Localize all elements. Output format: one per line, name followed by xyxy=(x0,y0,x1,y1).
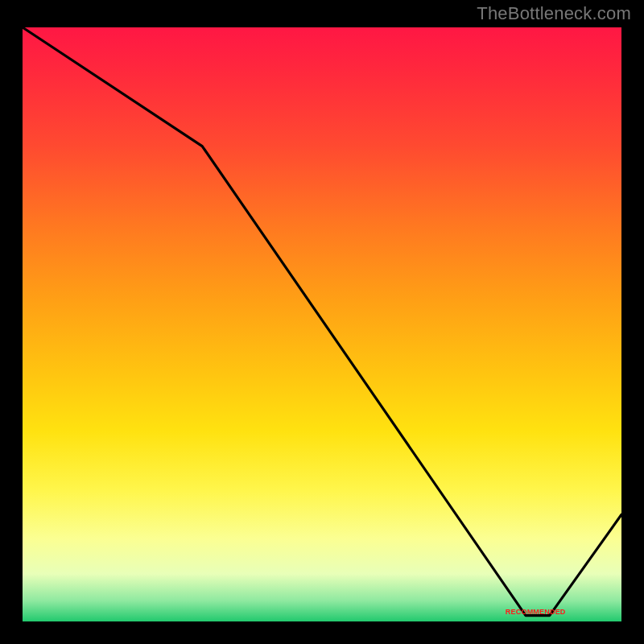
chart-overlay xyxy=(23,27,621,621)
series-line xyxy=(23,27,621,616)
chart-container: TheBottleneck.com RECOMMENDED xyxy=(0,0,644,644)
attribution-text: TheBottleneck.com xyxy=(477,3,631,24)
recommended-marker-label: RECOMMENDED xyxy=(506,608,566,616)
plot-frame: RECOMMENDED xyxy=(23,27,621,621)
